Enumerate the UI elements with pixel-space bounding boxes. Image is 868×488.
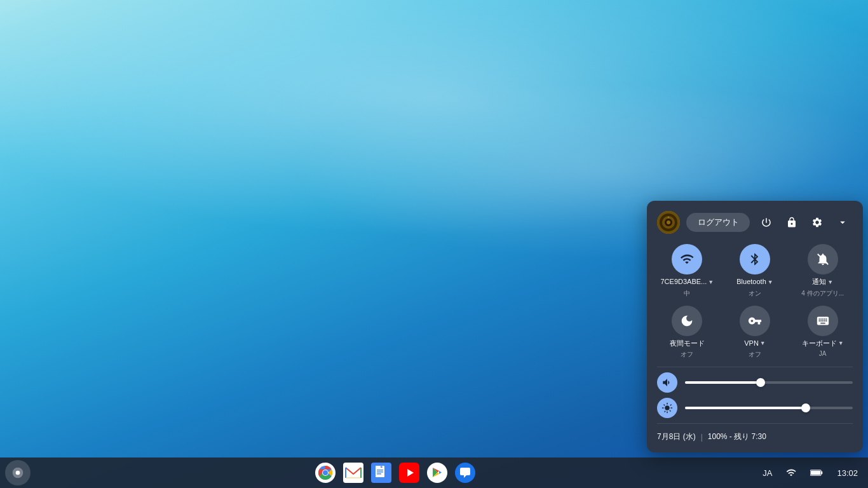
wifi-dropdown-arrow: ▼ — [708, 279, 714, 285]
bluetooth-label-row: Bluetooth ▼ — [736, 277, 773, 286]
svg-rect-17 — [377, 470, 383, 471]
taskbar-apps — [33, 460, 757, 485]
desktop: ログアウト — [0, 0, 868, 488]
wifi-label: 7CE9D3ABE... — [660, 277, 707, 286]
taskbar-right: JA 13:02 — [757, 465, 863, 480]
power-button[interactable] — [756, 212, 776, 233]
taskbar-app-youtube[interactable] — [397, 460, 422, 485]
vpn-icon — [740, 306, 770, 336]
panel-header: ログアウト — [657, 211, 853, 234]
bluetooth-dropdown-arrow: ▼ — [768, 279, 773, 285]
taskbar-left — [5, 460, 33, 485]
panel-footer: 7月8日 (水) | 100% - 残り 7:30 — [657, 431, 853, 442]
notification-label: 通知 — [812, 277, 826, 286]
svg-point-5 — [668, 217, 670, 219]
launcher-button[interactable] — [5, 460, 31, 485]
bluetooth-sublabel: オン — [749, 289, 761, 298]
svg-point-4 — [667, 220, 670, 224]
date-label: 7月8日 (水) — [657, 431, 696, 442]
brightness-slider-fill — [685, 407, 806, 409]
settings-button[interactable] — [807, 212, 827, 233]
taskbar-app-playstore[interactable] — [424, 460, 450, 485]
notification-label-row: 通知 ▼ — [812, 277, 833, 286]
notification-dropdown-arrow: ▼ — [827, 279, 833, 285]
toggle-grid-row2: 夜間モード オフ VPN ▼ オフ — [657, 306, 853, 359]
vpn-label-row: VPN ▼ — [744, 339, 766, 348]
svg-rect-18 — [377, 471, 383, 473]
footer-divider: | — [701, 433, 703, 442]
svg-rect-25 — [822, 471, 823, 474]
panel-divider-2 — [657, 423, 853, 424]
nightmode-sublabel: オフ — [681, 350, 693, 359]
taskbar-battery[interactable] — [805, 466, 828, 480]
svg-point-12 — [323, 470, 328, 475]
wifi-toggle[interactable]: 7CE9D3ABE... ▼ 中 — [657, 244, 717, 297]
language-label: JA — [763, 468, 772, 478]
keyboard-label-row: キーボード ▼ — [802, 339, 844, 348]
volume-slider-thumb[interactable] — [756, 378, 765, 387]
vpn-dropdown-arrow: ▼ — [760, 340, 766, 346]
vpn-sublabel: オフ — [749, 350, 761, 359]
brightness-slider-row — [657, 398, 853, 418]
taskbar-network-indicator[interactable] — [781, 465, 801, 480]
keyboard-icon — [808, 306, 838, 336]
wifi-icon — [672, 244, 702, 274]
header-icons — [756, 212, 853, 233]
bluetooth-toggle[interactable]: Bluetooth ▼ オン — [725, 244, 785, 297]
volume-slider-fill — [685, 381, 761, 384]
taskbar-app-chat[interactable] — [452, 460, 478, 485]
nightmode-label: 夜間モード — [670, 339, 705, 348]
vpn-label: VPN — [744, 339, 759, 348]
notification-toggle[interactable]: 通知 ▼ 4 件のアプリ... — [792, 244, 853, 297]
volume-slider-row — [657, 372, 853, 393]
logout-button[interactable]: ログアウト — [686, 213, 750, 232]
quick-settings-panel: ログアウト — [647, 201, 863, 452]
nightmode-toggle[interactable]: 夜間モード オフ — [657, 306, 717, 359]
notification-sublabel: 4 件のアプリ... — [801, 289, 844, 298]
keyboard-toggle[interactable]: キーボード ▼ JA — [792, 306, 853, 359]
keyboard-label: キーボード — [802, 339, 837, 348]
nightmode-icon — [672, 306, 702, 336]
wifi-sublabel: 中 — [684, 289, 690, 298]
avatar[interactable] — [657, 211, 680, 234]
taskbar: JA 13:02 — [0, 458, 868, 488]
battery-label: 100% - 残り 7:30 — [708, 431, 766, 442]
brightness-icon[interactable] — [657, 398, 677, 418]
toggle-grid-row1: 7CE9D3ABE... ▼ 中 Bluetooth ▼ オン — [657, 244, 853, 297]
taskbar-app-gmail[interactable] — [341, 460, 366, 485]
taskbar-clock[interactable]: 13:02 — [832, 466, 863, 480]
brightness-slider-thumb[interactable] — [801, 403, 810, 412]
svg-point-8 — [16, 471, 20, 475]
panel-divider-1 — [657, 367, 853, 367]
vpn-toggle[interactable]: VPN ▼ オフ — [725, 306, 785, 359]
bluetooth-label: Bluetooth — [736, 277, 766, 286]
taskbar-app-docs[interactable] — [369, 460, 394, 485]
bluetooth-icon — [740, 244, 770, 274]
taskbar-app-chrome[interactable] — [313, 460, 338, 485]
collapse-button[interactable] — [832, 212, 853, 233]
notification-icon — [808, 244, 838, 274]
volume-icon[interactable] — [657, 372, 677, 393]
keyboard-dropdown-arrow: ▼ — [838, 340, 844, 346]
keyboard-sublabel: JA — [819, 350, 827, 357]
svg-rect-19 — [377, 473, 381, 475]
wifi-label-row: 7CE9D3ABE... ▼ — [660, 277, 714, 286]
taskbar-language[interactable]: JA — [757, 466, 777, 480]
lock-button[interactable] — [782, 212, 802, 233]
clock-time: 13:02 — [837, 468, 858, 478]
brightness-slider-track[interactable] — [685, 407, 853, 409]
volume-slider-track[interactable] — [685, 381, 853, 384]
svg-rect-26 — [811, 471, 821, 475]
